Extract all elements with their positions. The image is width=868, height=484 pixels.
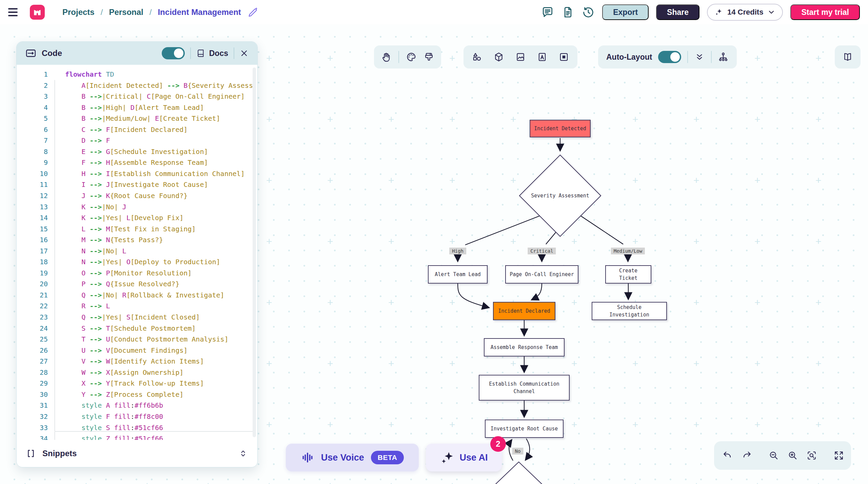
toolbar-divider bbox=[398, 51, 399, 63]
rename-pencil-icon[interactable] bbox=[247, 6, 259, 18]
insert-frame-button[interactable] bbox=[558, 52, 569, 62]
flowchart-node-alert-team-lead[interactable]: Alert Team Lead bbox=[428, 265, 488, 284]
credits-label: 14 Credits bbox=[727, 8, 763, 17]
voice-waveform-icon bbox=[301, 451, 314, 464]
editor-scrollbar[interactable] bbox=[253, 67, 256, 437]
breadcrumb: Projects / Personal / Incident Managemen… bbox=[62, 6, 259, 18]
flowchart-node-incident-declared[interactable]: Incident Declared bbox=[493, 302, 555, 320]
expand-icon bbox=[833, 450, 844, 461]
ai-credit-badge: 2 bbox=[490, 436, 506, 452]
whiteboard-docs-button[interactable] bbox=[835, 45, 861, 69]
insert-shape-button[interactable] bbox=[472, 52, 482, 62]
redo-icon bbox=[741, 450, 752, 461]
zoom-out-button[interactable] bbox=[768, 450, 779, 461]
panel-divider bbox=[234, 47, 234, 59]
insert-text-button[interactable] bbox=[537, 52, 548, 62]
breadcrumb-projects[interactable]: Projects bbox=[62, 7, 95, 17]
beta-badge: BETA bbox=[371, 451, 404, 464]
edge-label-critical: Critical bbox=[528, 248, 556, 254]
cube-icon bbox=[493, 52, 504, 62]
use-voice-label: Use Voice bbox=[321, 452, 364, 463]
code-panel: Code Docs 1flowchart TD2 A[Incident Dete… bbox=[16, 41, 258, 467]
top-bar: Projects / Personal / Incident Managemen… bbox=[0, 0, 868, 24]
palette-icon bbox=[406, 52, 417, 62]
redo-button[interactable] bbox=[741, 450, 752, 461]
comments-icon[interactable] bbox=[541, 6, 554, 19]
insert-3d-shape-button[interactable] bbox=[493, 52, 504, 62]
layout-direction-button[interactable] bbox=[718, 52, 729, 62]
close-code-panel-button[interactable] bbox=[240, 49, 249, 58]
text-icon bbox=[537, 52, 548, 62]
use-ai-button[interactable]: Use AI bbox=[426, 444, 502, 471]
code-editor[interactable]: 1flowchart TD2 A[Incident Detected] --> … bbox=[17, 65, 257, 440]
zoom-to-fit-button[interactable] bbox=[806, 450, 817, 461]
chevron-down-icon bbox=[767, 8, 775, 16]
breadcrumb-document-title[interactable]: Incident Management bbox=[158, 7, 241, 17]
toolbar-divider bbox=[711, 51, 712, 63]
flowchart-node-incident-detected[interactable]: Incident Detected bbox=[530, 120, 591, 137]
export-button[interactable]: Export bbox=[602, 4, 649, 20]
flowchart-node-create-ticket[interactable]: Create Ticket bbox=[605, 265, 651, 284]
zoom-in-icon bbox=[787, 450, 798, 461]
menu-button[interactable] bbox=[8, 5, 22, 19]
code-panel-header: Code Docs bbox=[17, 42, 257, 65]
edge-label-no: No bbox=[512, 448, 524, 454]
credits-sparkle-icon bbox=[714, 8, 723, 17]
docs-label: Docs bbox=[209, 49, 228, 58]
mermaid-logo-icon bbox=[32, 7, 43, 18]
document-icon[interactable] bbox=[561, 6, 574, 19]
auto-layout-toggle[interactable] bbox=[658, 51, 681, 63]
docs-button[interactable]: Docs bbox=[196, 49, 228, 58]
snippets-bar[interactable]: Snippets bbox=[17, 440, 257, 467]
app-window: ++++++++++++++++++++++++++++++++++++++++… bbox=[0, 0, 868, 484]
breadcrumb-personal[interactable]: Personal bbox=[109, 7, 143, 17]
code-lines: 1flowchart TD2 A[Incident Detected] --> … bbox=[17, 69, 257, 440]
canvas-tools-group bbox=[374, 45, 441, 69]
theme-palette-button[interactable] bbox=[406, 52, 417, 62]
insert-tools-group bbox=[463, 45, 577, 69]
paint-style-button[interactable] bbox=[423, 52, 434, 62]
edge-label-high: High bbox=[449, 248, 466, 254]
history-icon[interactable] bbox=[582, 6, 595, 19]
snippets-label: Snippets bbox=[42, 449, 77, 458]
close-icon bbox=[240, 49, 249, 58]
zoom-in-button[interactable] bbox=[787, 450, 798, 461]
flowchart-label-severity-assessment[interactable]: Severity Assessment bbox=[531, 193, 589, 199]
share-button[interactable]: Share bbox=[656, 4, 699, 20]
flowchart-node-establish-communication-channel[interactable]: Establish Communication Channel bbox=[479, 375, 570, 401]
insert-image-button[interactable] bbox=[515, 52, 526, 62]
flowchart-node-investigate-root-cause[interactable]: Investigate Root Cause bbox=[485, 420, 564, 438]
code-panel-title: Code bbox=[42, 49, 62, 58]
code-sync-toggle[interactable] bbox=[162, 47, 185, 59]
hierarchy-tree-icon bbox=[718, 52, 729, 62]
app-logo[interactable] bbox=[30, 5, 45, 20]
undo-icon bbox=[722, 450, 733, 461]
ai-sparkle-icon bbox=[440, 450, 454, 465]
edge-label-medium-low: Medium/Low bbox=[611, 248, 645, 254]
flowchart-node-schedule-investigation[interactable]: Schedule Investigation bbox=[592, 302, 667, 320]
collapse-all-button[interactable] bbox=[694, 52, 705, 62]
start-trial-button[interactable]: Start my trial bbox=[790, 4, 860, 20]
credits-menu[interactable]: 14 Credits bbox=[707, 4, 783, 21]
code-panel-icon bbox=[25, 48, 36, 59]
chevron-up-down-icon bbox=[238, 449, 248, 458]
snippets-expand-button[interactable] bbox=[238, 449, 248, 458]
scan-search-icon bbox=[806, 450, 817, 461]
flowchart-node-page-on-call-engineer[interactable]: Page On-Call Engineer bbox=[505, 265, 578, 284]
flowchart-node-assemble-response-team[interactable]: Assemble Response Team bbox=[484, 338, 565, 356]
auto-layout-label: Auto-Layout bbox=[606, 53, 652, 62]
hand-tool-button[interactable] bbox=[381, 52, 392, 62]
paintbrush-icon bbox=[423, 52, 434, 62]
toolbar-divider bbox=[687, 51, 688, 63]
editor-divider bbox=[55, 431, 253, 432]
use-voice-button[interactable]: Use Voice BETA bbox=[286, 444, 419, 471]
hand-icon bbox=[381, 52, 392, 62]
breadcrumb-separator: / bbox=[150, 7, 152, 17]
layout-tools-group: Auto-Layout bbox=[598, 45, 737, 69]
zoom-out-icon bbox=[768, 450, 779, 461]
undo-button[interactable] bbox=[722, 450, 733, 461]
shapes-icon bbox=[472, 52, 482, 62]
brackets-icon bbox=[26, 449, 36, 458]
use-ai-label: Use AI bbox=[459, 452, 488, 463]
fullscreen-button[interactable] bbox=[833, 450, 844, 461]
